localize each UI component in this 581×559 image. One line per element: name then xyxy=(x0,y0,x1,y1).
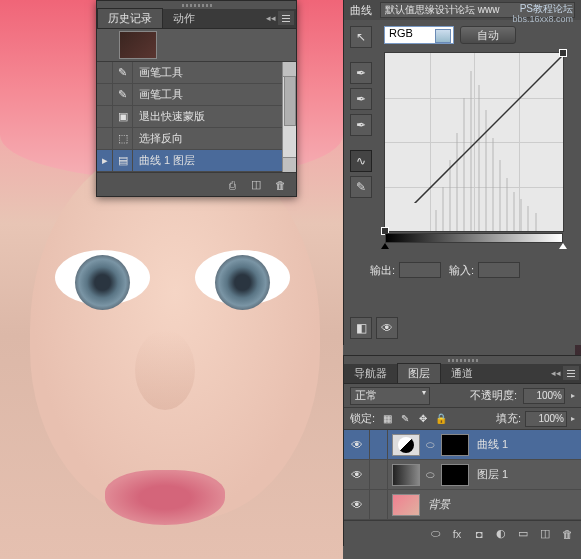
history-tabs: 历史记录 动作 ◂◂ xyxy=(97,9,296,29)
mask-thumb[interactable] xyxy=(441,464,469,486)
curves-title: 曲线 xyxy=(350,3,372,18)
input-field[interactable] xyxy=(478,262,520,278)
eyedropper-gray-icon[interactable]: ✒ xyxy=(350,88,372,110)
selection-icon: ⬚ xyxy=(116,132,130,146)
history-item-label: 退出快速蒙版 xyxy=(133,109,296,124)
new-snapshot-from-state-icon[interactable]: ⎙ xyxy=(222,176,242,194)
collapse-icon[interactable]: ◂◂ xyxy=(266,13,276,23)
white-point-slider[interactable] xyxy=(559,243,567,249)
blend-mode-select[interactable]: 正常 xyxy=(350,387,430,405)
tab-navigator[interactable]: 导航器 xyxy=(344,364,397,383)
history-source-row[interactable] xyxy=(97,29,296,62)
brush-icon: ✎ xyxy=(116,66,130,80)
visibility-eye-icon[interactable]: 👁 xyxy=(344,460,370,489)
scroll-thumb[interactable] xyxy=(284,76,296,126)
history-item[interactable]: ✎ 画笔工具 xyxy=(97,84,296,106)
history-footer: ⎙ ◫ 🗑 xyxy=(97,172,296,196)
link-layers-icon[interactable]: ⬭ xyxy=(425,525,445,543)
add-mask-icon[interactable]: ◘ xyxy=(469,525,489,543)
layer-row[interactable]: 👁 ⬭ 曲线 1 xyxy=(344,430,581,460)
fill-field[interactable]: 100% xyxy=(525,411,567,427)
visibility-eye-icon[interactable]: 👁 xyxy=(344,490,370,519)
black-point-slider[interactable] xyxy=(381,243,389,249)
fx-icon[interactable]: fx xyxy=(447,525,467,543)
photo-iris-right xyxy=(215,255,270,310)
lock-position-icon[interactable]: ✥ xyxy=(415,411,431,427)
layers-tabs: 导航器 图层 通道 ◂◂ xyxy=(344,364,581,384)
curve-handle-highlight[interactable] xyxy=(559,49,567,57)
output-field[interactable] xyxy=(399,262,441,278)
curves-footer: ◧ 👁 xyxy=(350,317,398,339)
history-item-label: 画笔工具 xyxy=(133,65,296,80)
curve-point-tool-icon[interactable]: ∿ xyxy=(350,150,372,172)
lock-label: 锁定: xyxy=(350,411,375,426)
history-active-marker: ▸ xyxy=(97,150,113,171)
layers-footer: ⬭ fx ◘ ◐ ▭ ◫ 🗑 xyxy=(344,520,581,546)
photo-face xyxy=(30,140,320,520)
tab-channels[interactable]: 通道 xyxy=(441,364,483,383)
input-gradient xyxy=(385,233,563,243)
adjustment-layer-icon[interactable]: ◐ xyxy=(491,525,511,543)
new-group-icon[interactable]: ▭ xyxy=(513,525,533,543)
delete-icon[interactable]: 🗑 xyxy=(270,176,290,194)
layer-row[interactable]: 👁 ⬭ 图层 1 xyxy=(344,460,581,490)
visibility-eye-icon[interactable]: 👁 xyxy=(344,430,370,459)
photo-nose xyxy=(135,330,195,410)
history-item-label: 画笔工具 xyxy=(133,87,296,102)
lock-transparency-icon[interactable]: ▦ xyxy=(379,411,395,427)
opacity-label: 不透明度: xyxy=(470,388,517,403)
targeted-adjustment-icon[interactable]: ↖ xyxy=(350,26,372,48)
eyedropper-black-icon[interactable]: ✒ xyxy=(350,62,372,84)
collapse-icon[interactable]: ◂◂ xyxy=(551,368,561,378)
brush-icon: ✎ xyxy=(116,88,130,102)
scrollbar[interactable] xyxy=(282,62,296,172)
lock-all-icon[interactable]: 🔒 xyxy=(433,411,449,427)
layer-row[interactable]: 👁 背景 xyxy=(344,490,581,520)
layers-list: 👁 ⬭ 曲线 1 👁 ⬭ 图层 1 👁 背景 xyxy=(344,430,581,520)
curve-pencil-tool-icon[interactable]: ✎ xyxy=(350,176,372,198)
lock-pixels-icon[interactable]: ✎ xyxy=(397,411,413,427)
channel-select[interactable]: RGB xyxy=(384,26,454,44)
history-item[interactable]: ▣ 退出快速蒙版 xyxy=(97,106,296,128)
layer-thumb[interactable] xyxy=(392,464,420,486)
history-item[interactable]: ✎ 画笔工具 xyxy=(97,62,296,84)
history-item[interactable]: ⬚ 选择反向 xyxy=(97,128,296,150)
delete-layer-icon[interactable]: 🗑 xyxy=(557,525,577,543)
mask-thumb[interactable] xyxy=(441,434,469,456)
layer-thumb[interactable] xyxy=(392,494,420,516)
quickmask-icon: ▣ xyxy=(116,110,130,124)
layer-name[interactable]: 图层 1 xyxy=(473,467,508,482)
layer-name[interactable]: 曲线 1 xyxy=(473,437,508,452)
history-item-label: 选择反向 xyxy=(133,131,296,146)
auto-button[interactable]: 自动 xyxy=(460,26,516,44)
chevron-right-icon[interactable]: ▸ xyxy=(571,391,575,400)
panel-menu-icon[interactable] xyxy=(278,11,294,25)
blend-opacity-row: 正常 不透明度: 100% ▸ xyxy=(344,384,581,408)
tab-history[interactable]: 历史记录 xyxy=(97,8,163,28)
svg-line-0 xyxy=(385,53,565,203)
tab-layers[interactable]: 图层 xyxy=(397,363,441,383)
adjustment-thumb[interactable] xyxy=(392,434,420,456)
opacity-field[interactable]: 100% xyxy=(523,388,565,404)
new-snapshot-icon[interactable]: ◫ xyxy=(246,176,266,194)
layer-name[interactable]: 背景 xyxy=(424,497,450,512)
history-item-label: 曲线 1 图层 xyxy=(133,153,296,168)
eyedropper-white-icon[interactable]: ✒ xyxy=(350,114,372,136)
fill-label: 填充: xyxy=(496,411,521,426)
curve-line[interactable] xyxy=(385,53,581,203)
curves-panel: 曲线 默认值思缘设计论坛 www ↖ ✒ ✒ ✒ ∿ ✎ RGB 自动 xyxy=(343,0,581,345)
panel-grip[interactable] xyxy=(344,356,581,364)
tab-actions[interactable]: 动作 xyxy=(163,9,205,28)
clip-to-layer-icon[interactable]: ◧ xyxy=(350,317,372,339)
curves-graph[interactable] xyxy=(384,52,564,232)
history-item[interactable]: ▸▤ 曲线 1 图层 xyxy=(97,150,296,172)
photo-iris-left xyxy=(75,255,130,310)
panel-menu-icon[interactable] xyxy=(563,366,579,380)
watermark-2: bbs.16xx8.com xyxy=(512,14,573,24)
toggle-visibility-icon[interactable]: 👁 xyxy=(376,317,398,339)
new-layer-icon[interactable]: ◫ xyxy=(535,525,555,543)
chevron-right-icon[interactable]: ▸ xyxy=(571,414,575,423)
document-thumb xyxy=(119,31,157,59)
layer-icon: ▤ xyxy=(116,154,130,168)
history-panel: 历史记录 动作 ◂◂ ✎ 画笔工具 ✎ 画笔工具 ▣ 退出快速蒙版 ⬚ 选择反向… xyxy=(96,0,297,197)
